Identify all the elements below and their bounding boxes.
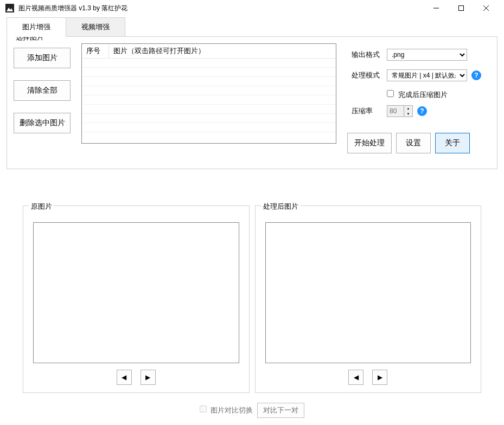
compare-toggle-checkbox [200,405,207,413]
original-next-button[interactable]: ▶ [141,370,156,385]
column-path: 图片（双击路径可打开图片） [109,46,336,56]
processed-preview-box: 处理后图片 ◀ ▶ [255,205,482,393]
triangle-left-icon: ◀ [122,374,126,381]
bottom-area: 图片对比切换 对比下一对 等待选择图片 [0,403,504,425]
delete-selected-button[interactable]: 删除选中图片 [14,113,71,133]
triangle-right-icon: ▶ [378,374,382,381]
titlebar: 图片视频画质增强器 v1.3 by 落红护花 [0,0,504,16]
maximize-button[interactable] [449,0,474,16]
svg-rect-1 [459,6,464,11]
app-icon [5,4,14,12]
preview-area: 原图片 ◀ ▶ 处理后图片 ◀ ▶ [7,205,497,393]
minimize-icon [433,5,439,11]
tab-image-enhance[interactable]: 图片增强 [7,17,66,37]
triangle-left-icon: ◀ [354,374,359,381]
original-image-canvas [33,222,239,363]
table-row [82,123,336,132]
add-image-button[interactable]: 添加图片 [14,48,71,68]
processed-prev-button[interactable]: ◀ [348,370,363,385]
table-row [82,86,336,95]
compare-toggle-text: 图片对比切换 [210,406,253,414]
processed-image-canvas [265,222,471,363]
settings-button[interactable]: 设置 [396,133,431,153]
help-mode-icon[interactable]: ? [471,70,481,80]
table-row [82,68,336,77]
image-table[interactable]: 序号 图片（双击路径可打开图片） [81,43,336,144]
table-row [82,59,336,68]
compare-next-button: 对比下一对 [257,403,304,418]
compare-toggle-label: 图片对比切换 [200,405,253,415]
close-icon [483,5,489,11]
process-mode-label: 处理模式 [352,70,387,80]
table-row [82,114,336,123]
original-preview-box: 原图片 ◀ ▶ [23,205,250,393]
compress-checkbox-label[interactable]: 完成后压缩图片 [387,91,448,99]
clear-all-button[interactable]: 清除全部 [14,80,71,101]
compress-rate-spinner[interactable]: ▲ ▼ [387,105,413,117]
start-process-button[interactable]: 开始处理 [347,133,392,153]
process-mode-select[interactable]: 常规图片 | x4 | 默认效果 [387,69,467,81]
settings-panel: 输出格式 .png 处理模式 常规图片 | x4 | 默认效果 ? 完成后压缩图… [352,49,493,126]
tab-bar: 图片增强 视频增强 [7,17,504,37]
compress-rate-input [387,106,404,117]
compress-checkbox-text: 完成后压缩图片 [398,91,448,99]
original-prev-button[interactable]: ◀ [117,370,132,385]
minimize-button[interactable] [424,0,449,16]
help-compress-icon[interactable]: ? [417,106,427,116]
column-index: 序号 [82,44,109,58]
spinner-down-icon[interactable]: ▼ [404,111,412,117]
spinner-up-icon[interactable]: ▲ [404,106,412,111]
output-format-select[interactable]: .png [387,49,467,61]
window-title: 图片视频画质增强器 v1.3 by 落红护花 [18,4,127,13]
table-row [82,105,336,114]
table-row [82,95,336,105]
original-label: 原图片 [29,202,54,211]
table-header: 序号 图片（双击路径可打开图片） [82,44,336,59]
maximize-icon [458,5,464,11]
processed-label: 处理后图片 [261,202,301,211]
output-format-label: 输出格式 [352,50,387,60]
tab-video-enhance[interactable]: 视频增强 [66,17,125,37]
triangle-right-icon: ▶ [145,374,150,381]
table-row [82,77,336,86]
about-button[interactable]: 关于 [435,133,470,153]
compress-rate-label: 压缩率 [352,106,387,116]
action-buttons: 开始处理 设置 关于 [347,133,470,153]
processed-next-button[interactable]: ▶ [372,370,387,385]
compress-checkbox[interactable] [387,90,394,97]
close-button[interactable] [474,0,499,16]
